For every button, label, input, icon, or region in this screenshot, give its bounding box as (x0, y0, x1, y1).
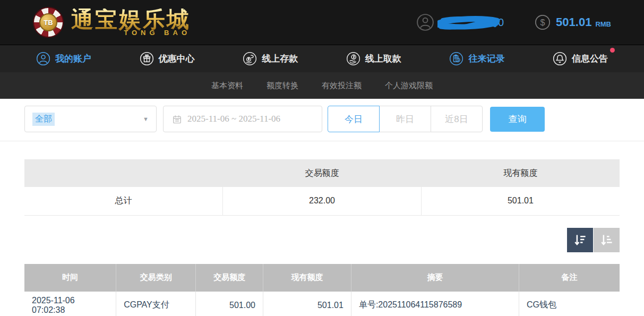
subnav-item-basic-info[interactable]: 基本资料 (211, 81, 243, 91)
col-summary: 摘要 (351, 264, 519, 292)
sort-ascending-icon (599, 233, 614, 247)
records-header-row: 时间 交易类别 交易额度 现有额度 摘要 备注 (24, 264, 620, 292)
nav-label: 优惠中心 (159, 53, 195, 65)
avatar-icon (416, 13, 434, 31)
col-transaction-amount: 交易额度 (196, 264, 263, 292)
query-button[interactable]: 查询 (490, 107, 545, 132)
notification-dot (610, 48, 615, 53)
col-current-balance: 现有额度 (263, 264, 351, 292)
subnav-item-valid-bets[interactable]: 有效投注额 (322, 81, 362, 91)
chip-monogram: TB (39, 13, 57, 31)
record-row: 2025-11-06 07:02:38 CGPAY支付 501.00 501.0… (24, 292, 620, 316)
date-range-input[interactable]: 2025-11-06 ~ 2025-11-06 (163, 106, 322, 132)
records-icon (449, 52, 463, 66)
nav-item-online-deposit[interactable]: 线上存款 (243, 52, 298, 66)
summary-header-row: 交易额度 现有额度 (24, 159, 620, 187)
nav-item-promotions[interactable]: 优惠中心 (140, 52, 195, 66)
brand-title: 通宝娱乐城 (71, 8, 191, 31)
svg-text:$: $ (540, 18, 545, 27)
sort-controls (24, 228, 620, 252)
summary-total-row: 总计 232.00 501.01 (24, 187, 620, 215)
nav-item-announcements[interactable]: 信息公告 (553, 52, 608, 66)
summary-total-label: 总计 (24, 187, 223, 215)
subnav-item-credit-transfer[interactable]: 额度转换 (267, 81, 298, 91)
balance-currency: RMB (595, 17, 611, 28)
brand-subtitle: TONG BAO (124, 29, 191, 37)
transaction-type-select[interactable]: 全部 ▼ (24, 106, 157, 132)
record-remarks: CG钱包 (519, 292, 620, 316)
record-type: CGPAY支付 (116, 292, 196, 316)
sort-descending-button[interactable] (567, 228, 593, 252)
nav-label: 往来记录 (468, 53, 504, 65)
col-remarks: 备注 (519, 264, 620, 292)
record-time: 2025-11-06 07:02:38 (24, 292, 116, 316)
selected-type: 全部 (32, 113, 55, 126)
summary-total-transaction: 232.00 (223, 187, 422, 215)
record-summary: 单号:202511064115876589 (351, 292, 519, 316)
user-icon (36, 52, 50, 66)
main-content: 全部 ▼ 2025-11-06 ~ 2025-11-06 今日 昨日 近8日 查… (0, 99, 644, 316)
sort-ascending-button[interactable] (594, 228, 620, 252)
nav-label: 线上取款 (365, 53, 401, 65)
record-balance: 501.01 (263, 292, 351, 316)
last-8-days-button[interactable]: 近8日 (431, 106, 483, 132)
record-amount: 501.00 (196, 292, 263, 316)
date-range-value: 2025-11-06 ~ 2025-11-06 (187, 114, 280, 124)
top-bar: TB 通宝娱乐城 TONG BAO (0, 0, 644, 45)
redacted-username-scribble (437, 14, 500, 30)
today-button[interactable]: 今日 (328, 106, 380, 132)
summary-table: 交易额度 现有额度 总计 232.00 501.01 (24, 159, 620, 216)
calendar-icon (172, 114, 182, 124)
summary-header-current-balance: 现有额度 (421, 159, 620, 187)
chevron-down-icon: ▼ (143, 116, 149, 122)
nav-item-transaction-records[interactable]: 往来记录 (449, 52, 504, 66)
brand-logo[interactable]: TB 通宝娱乐城 TONG BAO (33, 7, 191, 38)
subnav-item-personal-game-limits[interactable]: 个人游戏限额 (385, 81, 433, 91)
bell-icon (553, 52, 567, 66)
summary-total-balance: 501.01 (421, 187, 620, 215)
date-shortcut-group: 今日 昨日 近8日 (328, 106, 483, 132)
sort-descending-icon (573, 233, 587, 247)
sub-nav: 基本资料 额度转换 有效投注额 个人游戏限额 (0, 72, 644, 99)
yesterday-button[interactable]: 昨日 (379, 106, 431, 132)
poker-chip-logo-icon: TB (33, 7, 64, 38)
gift-icon (140, 52, 154, 66)
records-table: 时间 交易类别 交易额度 现有额度 摘要 备注 2025-11-06 07:02… (24, 264, 620, 316)
nav-label: 信息公告 (572, 53, 608, 65)
nav-label: 我的账户 (55, 53, 91, 65)
main-nav: 我的账户 优惠中心 线上存款 (0, 45, 644, 72)
dollar-coin-icon: $ (535, 14, 551, 30)
col-time: 时间 (24, 264, 116, 292)
nav-item-online-withdrawal[interactable]: 线上取款 (346, 52, 401, 66)
nav-item-my-account[interactable]: 我的账户 (36, 52, 91, 66)
balance-amount: 501.01 (556, 15, 591, 29)
user-account-chunk[interactable]: 0 (416, 13, 504, 31)
withdraw-icon (346, 52, 360, 66)
section-divider (0, 141, 644, 141)
summary-header-transaction-amount: 交易额度 (223, 159, 422, 187)
balance-chunk[interactable]: $ 501.01 RMB (535, 14, 611, 30)
deposit-icon (243, 52, 257, 66)
nav-label: 线上存款 (262, 53, 298, 65)
filter-row: 全部 ▼ 2025-11-06 ~ 2025-11-06 今日 昨日 近8日 查… (24, 106, 620, 132)
summary-header-empty (24, 159, 223, 187)
col-transaction-type: 交易类别 (116, 264, 196, 292)
